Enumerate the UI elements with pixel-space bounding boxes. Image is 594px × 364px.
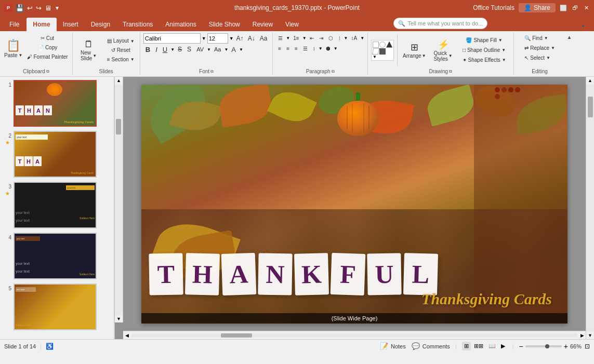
slide-preview-5[interactable]: text here Subtext Here bbox=[14, 284, 97, 330]
ribbon-collapse-arrow[interactable]: ▲ bbox=[566, 32, 573, 75]
arrange-button[interactable]: ⊞ Arrange ▼ bbox=[401, 35, 428, 65]
increase-font-button[interactable]: A↑ bbox=[235, 34, 245, 43]
layout-button[interactable]: ▤ Layout ▼ bbox=[105, 36, 137, 46]
scroll-left-button[interactable]: ◀ bbox=[123, 332, 130, 339]
justify-button[interactable]: ☰ bbox=[301, 44, 310, 53]
right-scroll-up[interactable]: ▲ bbox=[587, 77, 594, 84]
reset-button[interactable]: ↺ Reset bbox=[105, 46, 137, 55]
paragraph-expand-icon[interactable]: ⧉ bbox=[332, 69, 335, 74]
slide-preview-2[interactable]: your text T H A Thanksgiving Cards bbox=[14, 131, 97, 178]
slide-thumb-1[interactable]: 1 T H A N Thanksgiving Cards bbox=[2, 79, 112, 128]
scroll-up-button[interactable]: ▲ bbox=[115, 77, 123, 84]
quick-access-toolbar[interactable]: P 💾 ↩ ↪ 🖥 ▼ bbox=[4, 4, 60, 12]
columns-button[interactable]: ⫶ bbox=[336, 33, 343, 43]
shape-circle[interactable] bbox=[379, 42, 386, 48]
slide-canvas[interactable]: T H A N K F U L Thanksgiving Cards bbox=[141, 85, 567, 323]
slideshow-button[interactable]: ▶ bbox=[499, 342, 507, 350]
zoom-out-button[interactable]: − bbox=[519, 342, 523, 350]
align-left-button[interactable]: ≡ bbox=[276, 44, 283, 53]
tell-me-search[interactable]: 🔍 Tell me what you want to do... bbox=[393, 18, 487, 29]
monitor-icon[interactable]: 🖥 bbox=[45, 4, 51, 12]
columns-chevron[interactable]: ▼ bbox=[344, 36, 348, 41]
shape-effects-button[interactable]: ✦ Shape Effects ▼ bbox=[458, 56, 510, 65]
font-color-button[interactable]: A bbox=[229, 45, 238, 54]
smartart-chevron[interactable]: ▼ bbox=[334, 46, 338, 51]
redo-icon[interactable]: ↪ bbox=[36, 4, 42, 12]
close-button[interactable]: ✕ bbox=[583, 4, 590, 11]
shape-outline-button[interactable]: □ Shape Outline ▼ bbox=[458, 46, 510, 55]
share-button[interactable]: 👤 Share bbox=[519, 3, 556, 12]
text-direction-chevron[interactable]: ▼ bbox=[360, 36, 364, 41]
slide-thumb-2[interactable]: 2 ★ your text T H A Thanksgiving Cards bbox=[2, 130, 112, 179]
h-scroll-thumb[interactable] bbox=[221, 333, 252, 338]
slide-preview-3[interactable]: your text your text your text Subtext He… bbox=[14, 182, 97, 228]
tab-animations[interactable]: Animations bbox=[159, 18, 202, 31]
font-color-chevron[interactable]: ▼ bbox=[239, 47, 243, 52]
save-icon[interactable]: 💾 bbox=[16, 4, 24, 12]
font-expand-icon[interactable]: ⧉ bbox=[210, 69, 214, 74]
bullets-chevron[interactable]: ▼ bbox=[286, 36, 290, 41]
shape-effects-chevron[interactable]: ▼ bbox=[502, 58, 506, 62]
tab-file[interactable]: File bbox=[2, 18, 27, 31]
strikethrough-button[interactable]: S bbox=[176, 45, 184, 54]
paste-button[interactable]: 📋 Paste ▼ bbox=[2, 33, 25, 63]
slide-thumb-3[interactable]: 3 ★ your text your text your text Subtex… bbox=[2, 181, 112, 230]
fit-to-window-button[interactable]: ⊡ bbox=[585, 343, 590, 350]
tab-transitions[interactable]: Transitions bbox=[116, 18, 159, 31]
align-right-button[interactable]: ≡ bbox=[293, 44, 300, 53]
change-case-button[interactable]: Aa bbox=[212, 45, 223, 54]
notes-button[interactable]: 📝 bbox=[378, 342, 390, 350]
cut-button[interactable]: ✂ Cut bbox=[25, 33, 70, 43]
tab-slideshow[interactable]: Slide Show bbox=[203, 18, 246, 31]
shape-fill-chevron[interactable]: ▼ bbox=[498, 38, 503, 43]
maximize-button[interactable]: 🗗 bbox=[571, 4, 578, 11]
clipboard-expand-icon[interactable]: ⧉ bbox=[46, 69, 49, 74]
text-direction-button[interactable]: ↕A bbox=[349, 33, 360, 43]
font-name-chevron[interactable]: ▼ bbox=[202, 36, 206, 41]
tab-view[interactable]: View bbox=[279, 18, 305, 31]
character-spacing-button[interactable]: AV bbox=[194, 45, 206, 54]
tab-insert[interactable]: Insert bbox=[57, 18, 85, 31]
slide-thumb-4[interactable]: 4 your text your text your text Subtext … bbox=[2, 232, 112, 280]
select-chevron[interactable]: ▼ bbox=[546, 56, 550, 60]
v-scroll-thumb[interactable] bbox=[116, 119, 121, 134]
format-painter-button[interactable]: 🖌 Format Painter bbox=[25, 52, 70, 61]
shape-rect[interactable] bbox=[373, 42, 379, 48]
scroll-right-button[interactable]: ▶ bbox=[578, 332, 586, 339]
ribbon-collapse-button[interactable]: ▲ bbox=[580, 22, 588, 29]
line-spacing-chevron[interactable]: ▼ bbox=[319, 46, 323, 51]
scroll-down-button[interactable]: ▼ bbox=[115, 315, 123, 322]
font-size-input[interactable] bbox=[207, 33, 228, 44]
tab-design[interactable]: Design bbox=[85, 18, 116, 31]
quick-styles-button[interactable]: ⚡ QuickStyles ▼ bbox=[430, 35, 456, 65]
select-button[interactable]: ↖ Select ▼ bbox=[522, 53, 552, 62]
slide-preview-4[interactable]: your text your text your text Subtext He… bbox=[14, 233, 97, 279]
font-name-input[interactable] bbox=[143, 33, 201, 44]
decrease-font-button[interactable]: A↓ bbox=[246, 34, 257, 43]
right-scroll-thumb[interactable] bbox=[588, 97, 593, 117]
tab-home[interactable]: Home bbox=[27, 18, 56, 31]
office-tutorials-button[interactable]: Office Tutorials bbox=[473, 4, 514, 11]
smart-art-button[interactable]: ⬡ bbox=[326, 33, 335, 43]
replace-chevron[interactable]: ▼ bbox=[551, 46, 555, 50]
new-slide-button[interactable]: 🗒 NewSlide ▼ bbox=[76, 35, 102, 65]
shadow-button[interactable]: S bbox=[185, 45, 193, 54]
bold-button[interactable]: B bbox=[143, 45, 152, 54]
undo-icon[interactable]: ↩ bbox=[27, 4, 33, 12]
align-center-button[interactable]: ≡ bbox=[284, 44, 292, 53]
line-spacing-button[interactable]: ↕ bbox=[311, 44, 318, 53]
find-chevron[interactable]: ▼ bbox=[544, 36, 548, 41]
tab-review[interactable]: Review bbox=[246, 18, 279, 31]
clear-format-button[interactable]: Aa bbox=[258, 34, 270, 43]
shape-parallelogram[interactable] bbox=[372, 48, 379, 55]
zoom-thumb[interactable] bbox=[545, 344, 549, 348]
convert-to-smartart-button[interactable]: ⬢ bbox=[324, 44, 333, 53]
right-scroll-down[interactable]: ▼ bbox=[587, 332, 594, 339]
zoom-slider[interactable] bbox=[525, 345, 562, 347]
copy-button[interactable]: 📄 Copy bbox=[25, 43, 70, 52]
shape-outline-chevron[interactable]: ▼ bbox=[501, 48, 506, 52]
section-button[interactable]: ≡ Section ▼ bbox=[105, 55, 137, 64]
decrease-indent-button[interactable]: ⇤ bbox=[308, 33, 316, 43]
change-case-chevron[interactable]: ▼ bbox=[224, 47, 228, 52]
font-size-chevron[interactable]: ▼ bbox=[229, 36, 234, 41]
